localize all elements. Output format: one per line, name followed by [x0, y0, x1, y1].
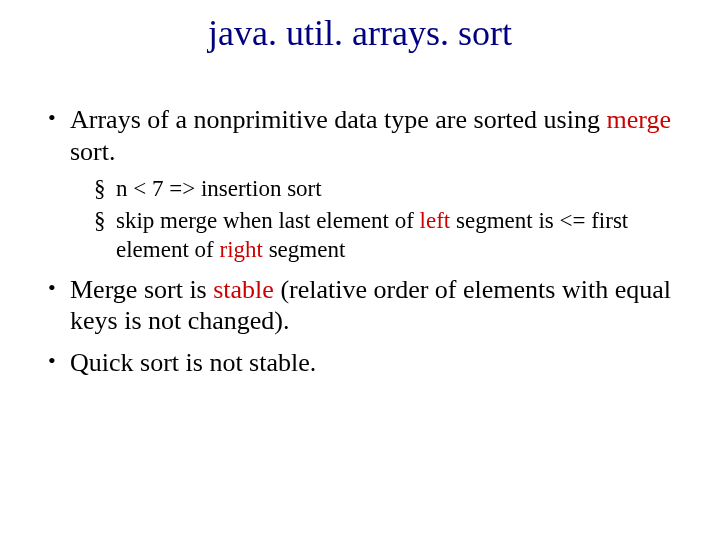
- text: Quick sort is not stable.: [70, 348, 316, 377]
- bullet-list: Arrays of a nonprimitive data type are s…: [30, 104, 690, 379]
- bullet-item-3: Quick sort is not stable.: [48, 347, 690, 379]
- text: n < 7 => insertion sort: [116, 176, 322, 201]
- text-accent: left: [420, 208, 451, 233]
- text: sort.: [70, 137, 116, 166]
- bullet-item-1: Arrays of a nonprimitive data type are s…: [48, 104, 690, 264]
- bullet-item-2: Merge sort is stable (relative order of …: [48, 274, 690, 337]
- text-accent: merge: [606, 105, 671, 134]
- text: skip merge when last element of: [116, 208, 420, 233]
- sub-bullet-list: n < 7 => insertion sort skip merge when …: [70, 175, 690, 263]
- text-accent: stable: [213, 275, 274, 304]
- slide-title: java. util. arrays. sort: [30, 12, 690, 54]
- sub-bullet-1: n < 7 => insertion sort: [94, 175, 690, 203]
- text: segment: [263, 237, 345, 262]
- sub-bullet-2: skip merge when last element of left seg…: [94, 207, 690, 263]
- slide: java. util. arrays. sort Arrays of a non…: [0, 0, 720, 540]
- text: Arrays of a nonprimitive data type are s…: [70, 105, 606, 134]
- text-accent: right: [219, 237, 262, 262]
- text: Merge sort is: [70, 275, 213, 304]
